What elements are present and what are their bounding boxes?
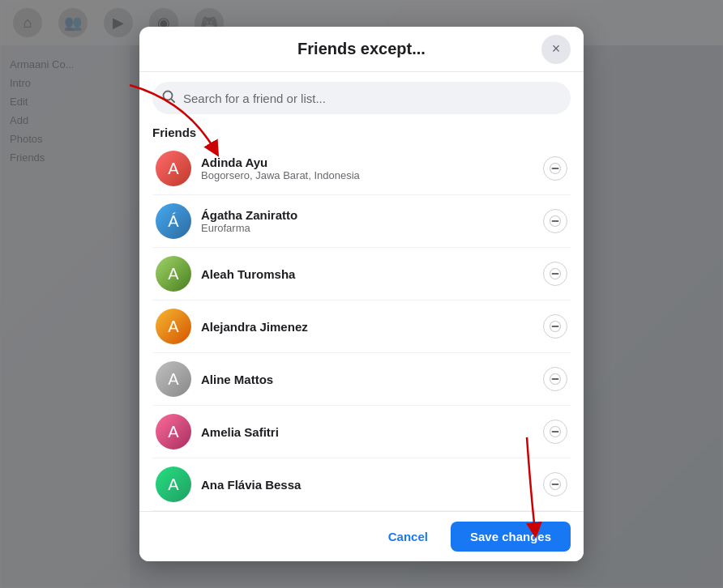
friend-info: Aline Mattos: [201, 373, 533, 386]
minus-icon: [550, 215, 561, 227]
modal-title: Friends except...: [297, 40, 426, 58]
friend-info: Ágatha Zaniratto Eurofarma: [201, 208, 533, 234]
modal-overlay: Friends except... × Friends: [0, 0, 723, 588]
avatar-initial: A: [168, 423, 178, 441]
exclude-friend-button[interactable]: [543, 262, 567, 286]
exclude-friend-button[interactable]: [543, 209, 567, 233]
avatar: A: [156, 361, 191, 397]
avatar: A: [156, 309, 191, 344]
search-container: [152, 82, 571, 114]
avatar: Á: [156, 203, 191, 239]
friend-list: A Adinda Ayu Bogorsero, Jawa Barat, Indo…: [152, 143, 571, 511]
minus-icon: [550, 373, 561, 385]
save-changes-button[interactable]: Save changes: [451, 522, 571, 552]
friend-list-item: A Amelia Safitri: [152, 406, 571, 458]
friend-list-item: A Alejandra Jimenez: [152, 300, 571, 353]
friend-name: Ana Flávia Bessa: [201, 478, 533, 492]
minus-icon: [550, 426, 561, 437]
modal-body: Friends A Adinda Ayu Bogorsero, Jawa Bar…: [139, 72, 584, 511]
friend-name: Alejandra Jimenez: [201, 320, 533, 334]
avatar: A: [156, 414, 191, 450]
friend-name: Aleah Turomsha: [201, 267, 533, 281]
exclude-friend-button[interactable]: [543, 420, 567, 444]
minus-icon: [550, 268, 561, 279]
friend-info: Amelia Safitri: [201, 425, 533, 439]
avatar: A: [156, 256, 191, 292]
avatar-initial: A: [168, 370, 178, 389]
exclude-friend-button[interactable]: [543, 367, 567, 391]
search-icon: [162, 90, 175, 106]
modal-header: Friends except... ×: [139, 27, 584, 72]
close-icon: ×: [552, 40, 561, 58]
modal-footer: Cancel Save changes: [139, 511, 584, 561]
avatar-initial: A: [168, 265, 178, 283]
friend-name: Adinda Ayu: [201, 156, 533, 169]
friend-name: Amelia Safitri: [201, 425, 533, 439]
modal-close-button[interactable]: ×: [541, 35, 571, 64]
friend-list-item: A Aline Mattos: [152, 353, 571, 406]
friends-except-modal: Friends except... × Friends: [139, 27, 584, 561]
avatar-initial: Á: [168, 212, 178, 231]
exclude-friend-button[interactable]: [543, 472, 567, 496]
friend-list-item: A Adinda Ayu Bogorsero, Jawa Barat, Indo…: [152, 143, 571, 195]
minus-icon: [550, 321, 561, 332]
exclude-friend-button[interactable]: [543, 314, 567, 339]
friend-info: Adinda Ayu Bogorsero, Jawa Barat, Indone…: [201, 156, 533, 181]
friend-list-item: Á Ágatha Zaniratto Eurofarma: [152, 195, 571, 248]
minus-icon: [550, 163, 561, 174]
friend-name: Ágatha Zaniratto: [201, 208, 533, 222]
avatar: A: [156, 467, 191, 502]
avatar-initial: A: [168, 317, 178, 336]
friend-sub: Eurofarma: [201, 222, 533, 234]
friend-info: Alejandra Jimenez: [201, 320, 533, 334]
exclude-friend-button[interactable]: [543, 156, 567, 181]
search-input[interactable]: [152, 82, 571, 114]
avatar: A: [156, 151, 191, 186]
friends-section-label: Friends: [152, 126, 571, 139]
svg-line-1: [171, 99, 174, 102]
cancel-button[interactable]: Cancel: [375, 523, 441, 550]
friend-name: Aline Mattos: [201, 373, 533, 386]
friend-info: Ana Flávia Bessa: [201, 478, 533, 492]
minus-icon: [550, 479, 561, 490]
friend-sub: Bogorsero, Jawa Barat, Indonesia: [201, 169, 533, 181]
friend-info: Aleah Turomsha: [201, 267, 533, 281]
avatar-initial: A: [168, 475, 178, 494]
friend-list-item: A Aleah Turomsha: [152, 248, 571, 300]
avatar-initial: A: [168, 160, 178, 178]
friend-list-item: A Ana Flávia Bessa: [152, 458, 571, 511]
